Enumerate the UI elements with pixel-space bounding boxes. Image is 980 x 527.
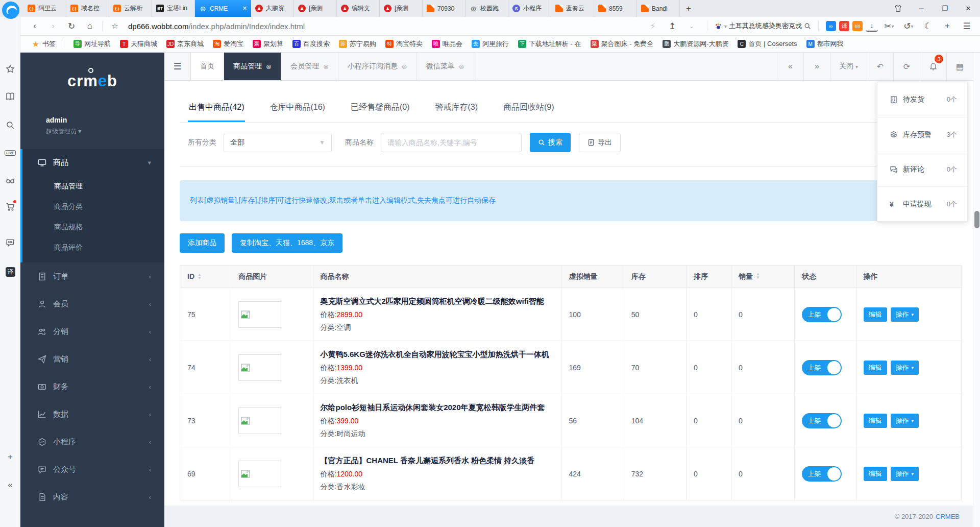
product-tab-已经售馨商品(0)[interactable]: 已经售馨商品(0) bbox=[350, 97, 411, 122]
download-icon[interactable]: ↓ bbox=[866, 20, 878, 32]
chevron-down-icon[interactable]: ⌄ bbox=[683, 19, 700, 33]
browser-tab[interactable]: 校园跑 bbox=[465, 0, 508, 17]
sidebar-item-小程序[interactable]: 小程序‹ bbox=[20, 428, 164, 456]
browser-tab[interactable]: 小程序 bbox=[508, 0, 551, 17]
bookmark-item[interactable]: 百百度搜索 bbox=[292, 39, 330, 49]
browser-tab[interactable]: 70930 bbox=[423, 0, 465, 17]
product-image-placeholder[interactable] bbox=[238, 354, 281, 381]
cell-sort[interactable]: 0 bbox=[686, 394, 731, 447]
product-name-input[interactable] bbox=[381, 133, 522, 152]
close-tabs-dropdown[interactable]: 关闭▾ bbox=[830, 53, 867, 80]
close-tab-icon[interactable]: ⊗ bbox=[266, 63, 272, 70]
bookmark-item[interactable]: ★书签 bbox=[32, 39, 64, 49]
product-tab-警戒库存(3)[interactable]: 警戒库存(3) bbox=[434, 97, 479, 122]
operate-dropdown-button[interactable]: 操作▾ bbox=[891, 307, 919, 322]
status-toggle[interactable]: 上架 bbox=[802, 466, 842, 482]
nav-tab-小程序订阅消息[interactable]: 小程序订阅消息⊗ bbox=[338, 53, 417, 80]
product-image-placeholder[interactable] bbox=[238, 301, 281, 328]
sidebar-subitem-商品评价[interactable]: 商品评价 bbox=[22, 237, 164, 257]
search-icon[interactable] bbox=[0, 116, 20, 134]
edit-button[interactable]: 编辑 bbox=[864, 361, 887, 375]
browser-tab[interactable]: CRME✕ bbox=[195, 0, 251, 17]
nav-tab-微信菜单[interactable]: 微信菜单⊗ bbox=[417, 53, 474, 80]
sort-icons[interactable]: ▲▼ bbox=[756, 273, 760, 280]
message-icon[interactable] bbox=[0, 234, 20, 251]
close-tab-icon[interactable]: ⊗ bbox=[323, 63, 329, 70]
panel-item-申请提现[interactable]: ¥申请提现0个 bbox=[877, 186, 967, 221]
lightning-icon[interactable]: ⚡ bbox=[645, 19, 661, 33]
translate-icon[interactable]: 译 bbox=[839, 21, 849, 31]
copy-product-button[interactable]: 复制淘宝、天猫、1688、京东 bbox=[232, 233, 342, 253]
sidebar-subitem-商品管理[interactable]: 商品管理 bbox=[22, 176, 164, 196]
live-icon[interactable]: LIVE bbox=[0, 144, 20, 161]
close-tab-icon[interactable]: ⊗ bbox=[402, 63, 407, 70]
sidebar-toggle-icon[interactable]: ☰ bbox=[164, 53, 191, 80]
status-toggle[interactable]: 上架 bbox=[802, 307, 842, 322]
cell-virtual-sales[interactable]: 424 bbox=[561, 447, 624, 500]
cell-sort[interactable]: 0 bbox=[686, 288, 731, 341]
browser-tab[interactable]: 编辑文 bbox=[337, 0, 380, 17]
add-icon[interactable]: + bbox=[939, 19, 955, 33]
add-product-button[interactable]: 添加商品 bbox=[180, 233, 225, 253]
nav-tab-商品管理[interactable]: 商品管理⊗ bbox=[224, 53, 281, 80]
collapse-icon[interactable]: « bbox=[0, 476, 20, 494]
user-role-dropdown[interactable]: 超级管理员 ▾ bbox=[46, 127, 164, 136]
menu-icon[interactable]: ☰ bbox=[959, 19, 975, 33]
edit-button[interactable]: 编辑 bbox=[864, 414, 887, 428]
sidebar-item-营销[interactable]: 营销‹ bbox=[20, 345, 164, 373]
bookmark-item[interactable]: 苏苏宁易购 bbox=[339, 39, 376, 49]
bookmark-item[interactable]: 去阿里旅行 bbox=[472, 39, 509, 49]
gamepad-icon[interactable]: 🜲 bbox=[852, 21, 863, 31]
cart-icon[interactable] bbox=[0, 198, 20, 215]
night-mode-icon[interactable]: ☾ bbox=[920, 19, 936, 33]
sidebar-item-财务[interactable]: 财务‹ bbox=[20, 373, 164, 400]
sidebar-subitem-商品规格[interactable]: 商品规格 bbox=[22, 217, 164, 237]
status-toggle[interactable]: 上架 bbox=[802, 413, 842, 428]
operate-dropdown-button[interactable]: 操作▾ bbox=[891, 361, 919, 375]
sync-icon[interactable]: ∞ bbox=[826, 21, 836, 31]
cell-stock[interactable]: 50 bbox=[624, 288, 686, 341]
bookmark-item[interactable]: JD京东商城 bbox=[166, 39, 204, 49]
browser-tab[interactable]: 域名控 bbox=[66, 0, 109, 17]
bookmark-item[interactable]: 鹏大鹏资源网-大鹏资 bbox=[663, 39, 728, 49]
browser-tab[interactable]: [亲测 bbox=[294, 0, 337, 17]
close-tab-icon[interactable]: ✕ bbox=[242, 5, 247, 12]
share-icon[interactable]: ↥ bbox=[664, 19, 680, 33]
bookmark-item[interactable]: M都市网我 bbox=[806, 39, 844, 49]
cell-stock[interactable]: 732 bbox=[624, 447, 686, 500]
notifications-bell[interactable]: 3 bbox=[920, 53, 946, 80]
undo-icon[interactable]: ↶ bbox=[867, 53, 893, 80]
panel-item-待发货[interactable]: 待发货0个 bbox=[877, 82, 967, 117]
hot-search[interactable]: ▾ 土耳其总统感染奥密克戎 bbox=[715, 21, 811, 31]
edit-button[interactable]: 编辑 bbox=[864, 307, 887, 322]
cell-sort[interactable]: 0 bbox=[686, 341, 731, 394]
sidebar-item-商品[interactable]: 商品▾ bbox=[22, 149, 164, 176]
scroll-tabs-left-icon[interactable]: « bbox=[777, 53, 803, 80]
sidebar-item-订单[interactable]: 订单‹ bbox=[20, 262, 164, 290]
bookmark-item[interactable]: C首页 | Cosersets bbox=[738, 39, 797, 49]
sidebar-item-内容[interactable]: 内容‹ bbox=[20, 483, 164, 511]
browser-tab[interactable]: 大鹏资 bbox=[251, 0, 294, 17]
bookmark-star-icon[interactable]: ☆ bbox=[107, 19, 123, 33]
favorites-star-icon[interactable] bbox=[0, 60, 20, 78]
product-tab-出售中商品(42)[interactable]: 出售中商品(42) bbox=[188, 97, 245, 122]
sidebar-subitem-商品分类[interactable]: 商品分类 bbox=[22, 196, 164, 217]
sidebar-item-分销[interactable]: 分销‹ bbox=[20, 318, 164, 345]
browser-tab[interactable]: 蓝奏云 bbox=[551, 0, 594, 17]
add-icon[interactable]: + bbox=[0, 448, 20, 466]
close-window-button[interactable]: ✕ bbox=[957, 0, 980, 17]
bookmark-item[interactable]: 聚聚合图床 - 免费全 bbox=[591, 39, 654, 49]
browser-tab[interactable]: 宝塔Lin bbox=[152, 0, 195, 17]
brand-link[interactable]: CRMEB bbox=[936, 513, 960, 520]
operate-dropdown-button[interactable]: 操作▾ bbox=[891, 414, 919, 428]
profile-icon[interactable] bbox=[886, 0, 910, 17]
new-tab-button[interactable]: + bbox=[680, 0, 697, 17]
cell-virtual-sales[interactable]: 56 bbox=[561, 394, 624, 447]
undo-icon[interactable]: ↺▾ bbox=[900, 19, 917, 33]
sidebar-item-公众号[interactable]: 公众号‹ bbox=[20, 456, 164, 483]
nav-tab-首页[interactable]: 首页 bbox=[191, 53, 224, 80]
browser-tab[interactable]: Bandi bbox=[637, 0, 680, 17]
sort-icons[interactable]: ▲▼ bbox=[198, 274, 202, 281]
address-bar[interactable]: ☆ dp666.wobbt.com/index.php/admin/Index/… bbox=[107, 19, 645, 33]
browser-tab[interactable]: 8559 bbox=[594, 0, 637, 17]
